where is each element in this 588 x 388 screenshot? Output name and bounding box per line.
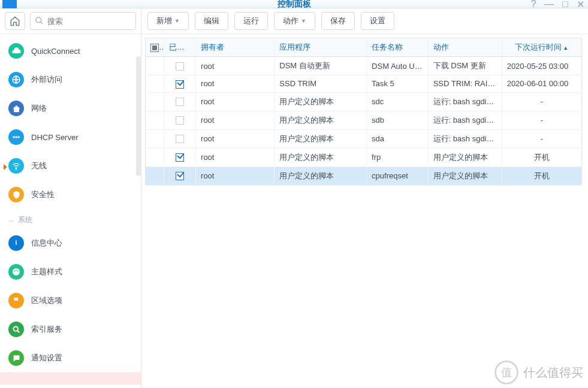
- svg-point-3: [13, 136, 14, 138]
- table-row[interactable]: root 用户定义的脚本 sdb 运行: bash sgdis... -: [146, 111, 582, 129]
- new-button[interactable]: 新增▼: [147, 12, 189, 30]
- cell-app: SSD TRIM: [275, 75, 367, 93]
- close-icon[interactable]: ✕: [577, 0, 584, 10]
- cell-task: frp: [367, 148, 429, 166]
- checkbox[interactable]: [176, 172, 184, 180]
- svg-point-4: [15, 136, 17, 138]
- sidebar-item-label: 网络: [31, 103, 47, 114]
- cell-task: cpufreqset: [367, 166, 429, 185]
- sidebar-item[interactable]: 无线: [0, 151, 141, 180]
- sidebar-item[interactable]: 主题样式: [0, 257, 141, 286]
- settings-button[interactable]: 设置: [361, 12, 394, 30]
- cell-action: 下载 DSM 更新: [428, 57, 502, 75]
- save-button[interactable]: 保存: [321, 12, 355, 30]
- col-owner[interactable]: 拥有者: [196, 38, 275, 57]
- action-button[interactable]: 动作▼: [274, 12, 315, 30]
- checkbox[interactable]: [176, 62, 184, 71]
- sidebar-item[interactable]: 索引服务: [0, 315, 141, 344]
- edit-button[interactable]: 编辑: [195, 12, 228, 30]
- sidebar-item[interactable]: QuickConnect: [0, 37, 141, 65]
- svg-point-12: [17, 271, 19, 272]
- sidebar-item-label: 索引服务: [31, 324, 62, 335]
- svg-point-10: [14, 271, 15, 272]
- checkbox[interactable]: [176, 153, 184, 162]
- sidebar-item-label: 外部访问: [31, 74, 62, 85]
- svg-line-1: [40, 22, 43, 24]
- shield-icon: [8, 187, 24, 202]
- table-row[interactable]: root 用户定义的脚本 sdc 运行: bash sgdis... -: [146, 92, 582, 111]
- cell-app: 用户定义的脚本: [275, 129, 367, 148]
- cell-app: 用户定义的脚本: [275, 92, 367, 111]
- cell-next: 2020-05-25 03:00: [502, 57, 581, 75]
- maximize-icon[interactable]: □: [562, 0, 568, 10]
- cell-action: 用户定义的脚本: [428, 166, 502, 185]
- col-select-all[interactable]: [146, 38, 164, 57]
- svg-line-14: [17, 330, 19, 332]
- cell-next: -: [502, 129, 581, 148]
- sidebar-item-label: 信息中心: [31, 238, 62, 248]
- table-row[interactable]: root 用户定义的脚本 frp 用户定义的脚本 开机: [146, 148, 582, 166]
- sidebar-item[interactable]: 外部访问: [0, 65, 141, 94]
- caret-down-icon: ▼: [301, 18, 306, 24]
- svg-point-11: [16, 269, 17, 271]
- sidebar-item[interactable]: 安全性: [0, 180, 141, 209]
- cell-next: 开机: [502, 166, 581, 185]
- table-row[interactable]: root 用户定义的脚本 cpufreqset 用户定义的脚本 开机: [146, 166, 582, 185]
- table-row[interactable]: root 用户定义的脚本 sda 运行: bash sgdis... -: [146, 129, 582, 148]
- sidebar-item[interactable]: DHCP Server: [0, 123, 141, 151]
- cell-task: DSM Auto Update: [367, 57, 429, 75]
- search-icon: [35, 16, 44, 25]
- minimize-icon[interactable]: —: [544, 0, 554, 10]
- cell-owner: root: [196, 111, 275, 129]
- sidebar: QuickConnect 外部访问 网络 DHCP Server 无线 安全性 …: [0, 8, 141, 388]
- sidebar-item[interactable]: 通知设置: [0, 344, 141, 372]
- window-title: 控制面板: [278, 0, 311, 10]
- cell-owner: root: [196, 92, 275, 111]
- sidebar-item-label: DHCP Server: [31, 133, 79, 142]
- col-next-run[interactable]: 下次运行时间▲: [502, 38, 581, 57]
- col-app[interactable]: 应用程序: [275, 38, 367, 57]
- sidebar-section-toggle[interactable]: ︿系统: [0, 209, 141, 229]
- cell-task: Task 5: [367, 75, 429, 93]
- home-icon: [10, 16, 20, 26]
- sidebar-item[interactable]: i 信息中心: [0, 229, 141, 257]
- sidebar-item-label: 安全性: [31, 189, 55, 200]
- cell-action: SSD TRIM: RAID ...: [428, 75, 502, 93]
- sidebar-item-label: 主题样式: [31, 266, 62, 277]
- dots-icon: [8, 129, 24, 145]
- col-action[interactable]: 动作: [428, 38, 502, 57]
- home-button[interactable]: [5, 12, 25, 30]
- col-enabled[interactable]: 已启动: [164, 38, 195, 57]
- house-icon: [8, 101, 24, 116]
- cell-next: 2020-06-01 00:00: [502, 75, 581, 93]
- help-icon[interactable]: ?: [530, 0, 536, 10]
- cell-next: -: [502, 92, 581, 111]
- sidebar-item[interactable]: [0, 372, 141, 384]
- cell-app: DSM 自动更新: [275, 57, 367, 75]
- flag-icon: [8, 293, 24, 308]
- col-task[interactable]: 任务名称: [367, 38, 429, 57]
- checkbox[interactable]: [176, 80, 184, 89]
- sort-asc-icon: ▲: [563, 45, 568, 51]
- checkbox[interactable]: [176, 116, 184, 125]
- cell-next: 开机: [502, 148, 581, 166]
- sidebar-item[interactable]: 网络: [0, 94, 141, 123]
- checkbox[interactable]: [176, 98, 184, 106]
- search-input[interactable]: [30, 12, 136, 30]
- svg-text:i: i: [16, 239, 17, 246]
- cell-next: -: [502, 111, 581, 129]
- svg-point-6: [16, 169, 16, 169]
- table-row[interactable]: root SSD TRIM Task 5 SSD TRIM: RAID ... …: [146, 75, 582, 93]
- table-row[interactable]: root DSM 自动更新 DSM Auto Update 下载 DSM 更新 …: [146, 57, 582, 75]
- cell-action: 用户定义的脚本: [428, 148, 502, 166]
- checkbox[interactable]: [176, 135, 184, 143]
- scrollbar[interactable]: [136, 56, 141, 176]
- cell-owner: root: [196, 57, 275, 75]
- table-header-row: 已启动 拥有者 应用程序 任务名称 动作 下次运行时间▲: [146, 38, 582, 57]
- sidebar-item[interactable]: 区域选项: [0, 286, 141, 315]
- chevron-up-icon: ︿: [8, 216, 14, 225]
- wifi-icon: [8, 158, 24, 174]
- run-button[interactable]: 运行: [234, 12, 268, 30]
- cell-app: 用户定义的脚本: [275, 111, 367, 129]
- titlebar: 控制面板 ? — □ ✕: [0, 0, 588, 8]
